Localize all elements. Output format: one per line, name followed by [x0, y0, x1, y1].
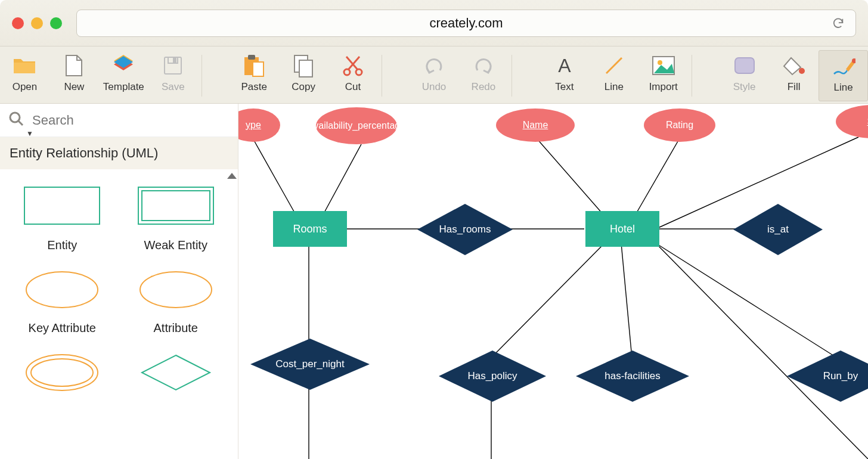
svg-rect-2: [173, 58, 176, 62]
relationship-is-at[interactable]: is_at: [733, 204, 823, 255]
relationship-has-policy[interactable]: Has_policy: [439, 351, 546, 402]
svg-rect-23: [142, 191, 210, 221]
shape-attribute[interactable]: Attribute: [122, 269, 230, 335]
svg-line-38: [491, 243, 604, 358]
svg-line-40: [621, 243, 632, 358]
template-label: Template: [103, 81, 144, 93]
maximize-window-button[interactable]: [50, 17, 62, 29]
save-icon: [161, 54, 185, 77]
svg-rect-4: [248, 55, 255, 60]
fill-label: Fill: [788, 81, 801, 93]
redo-button[interactable]: Redo: [458, 50, 508, 101]
text-label: Text: [555, 81, 574, 93]
search-row: ▼: [0, 104, 238, 137]
toolbar-separator: [382, 55, 382, 97]
new-file-icon: [62, 54, 86, 77]
save-button[interactable]: Save: [148, 50, 198, 101]
refresh-icon[interactable]: [832, 17, 845, 30]
new-button[interactable]: New: [49, 50, 99, 101]
svg-line-10: [348, 57, 359, 70]
attribute-name[interactable]: Name: [496, 108, 575, 142]
window-controls: [12, 17, 62, 29]
relationship-run-by[interactable]: Run_by: [787, 351, 868, 402]
search-input[interactable]: [32, 113, 230, 128]
cut-label: Cut: [345, 81, 361, 93]
text-icon: A: [553, 54, 576, 77]
undo-label: Undo: [422, 81, 447, 93]
shape-key-attribute[interactable]: Key Attribute: [8, 269, 116, 335]
attribute-rating[interactable]: Rating: [644, 108, 715, 142]
svg-point-26: [26, 355, 98, 390]
svg-point-25: [140, 272, 212, 308]
fill-button[interactable]: Fill: [769, 50, 819, 101]
shape-weak-entity[interactable]: Weak Entity: [122, 186, 230, 252]
toolbar: Open New Template Save Paste Copy: [0, 46, 868, 104]
pencil-line-icon: [832, 54, 855, 78]
new-label: New: [64, 81, 84, 93]
line-style-button[interactable]: Line: [819, 50, 868, 101]
svg-point-24: [26, 272, 98, 308]
import-button[interactable]: Import: [638, 50, 688, 101]
relationship-cost-per-night[interactable]: Cost_per_night: [250, 339, 370, 390]
svg-point-15: [658, 60, 662, 65]
svg-line-41: [656, 243, 841, 360]
svg-line-29: [323, 144, 361, 215]
close-window-button[interactable]: [12, 17, 24, 29]
toolbar-separator: [202, 55, 202, 97]
line-tool-button[interactable]: Line: [589, 50, 638, 101]
line-style-label: Line: [833, 82, 852, 94]
minimize-window-button[interactable]: [31, 17, 43, 29]
open-label: Open: [13, 81, 38, 93]
relationship-has-rooms[interactable]: Has_rooms: [417, 204, 513, 255]
url-text: creately.com: [429, 15, 503, 31]
text-tool-button[interactable]: A Text: [540, 50, 589, 101]
shape-label: Key Attribute: [29, 321, 96, 335]
svg-rect-5: [253, 62, 264, 76]
paste-button[interactable]: Paste: [230, 50, 279, 101]
template-button[interactable]: Template: [99, 50, 148, 101]
address-bar[interactable]: creately.com: [76, 10, 856, 37]
svg-point-27: [31, 359, 93, 386]
dropdown-caret-icon[interactable]: ▼: [26, 129, 33, 138]
style-label: Style: [733, 81, 756, 93]
import-label: Import: [649, 81, 678, 93]
fill-icon: [782, 54, 806, 77]
workspace: ▼ Entity Relationship (UML) Entity Weak …: [0, 104, 868, 459]
shape-relationship[interactable]: [122, 352, 230, 393]
shape-multivalued-attribute[interactable]: [8, 352, 116, 393]
open-button[interactable]: Open: [0, 50, 49, 101]
diagram-edges: [238, 104, 868, 459]
save-label: Save: [162, 81, 185, 93]
category-header[interactable]: Entity Relationship (UML): [0, 137, 238, 169]
line-icon: [602, 54, 626, 77]
svg-line-13: [606, 58, 622, 73]
svg-point-17: [799, 68, 805, 74]
copy-button[interactable]: Copy: [279, 50, 328, 101]
style-icon: [733, 54, 757, 77]
copy-icon: [292, 54, 315, 77]
cut-icon: [341, 54, 365, 77]
category-title: Entity Relationship (UML): [10, 145, 158, 160]
redo-icon: [472, 54, 495, 77]
shape-label: Entity: [47, 238, 77, 252]
svg-rect-22: [138, 187, 213, 224]
shape-grid: Entity Weak Entity Key Attribute Attribu…: [0, 169, 238, 393]
svg-point-19: [10, 113, 20, 122]
paste-label: Paste: [241, 81, 266, 93]
shape-entity[interactable]: Entity: [8, 186, 116, 252]
attribute-availability[interactable]: Availability_percentage: [316, 107, 397, 144]
browser-chrome: creately.com: [0, 0, 868, 46]
entity-rooms[interactable]: Rooms: [273, 211, 347, 247]
style-button[interactable]: Style: [720, 50, 769, 101]
relationship-has-facilities[interactable]: has-facilities: [576, 351, 689, 402]
copy-label: Copy: [292, 81, 315, 93]
svg-line-34: [636, 138, 680, 215]
undo-button[interactable]: Undo: [410, 50, 459, 101]
template-icon: [111, 54, 135, 77]
redo-label: Redo: [472, 81, 496, 93]
diagram-canvas[interactable]: ype Availability_percentage Name Rating …: [238, 104, 868, 459]
entity-hotel[interactable]: Hotel: [585, 211, 659, 247]
svg-line-11: [346, 57, 358, 70]
search-icon: [8, 111, 24, 129]
cut-button[interactable]: Cut: [328, 50, 378, 101]
